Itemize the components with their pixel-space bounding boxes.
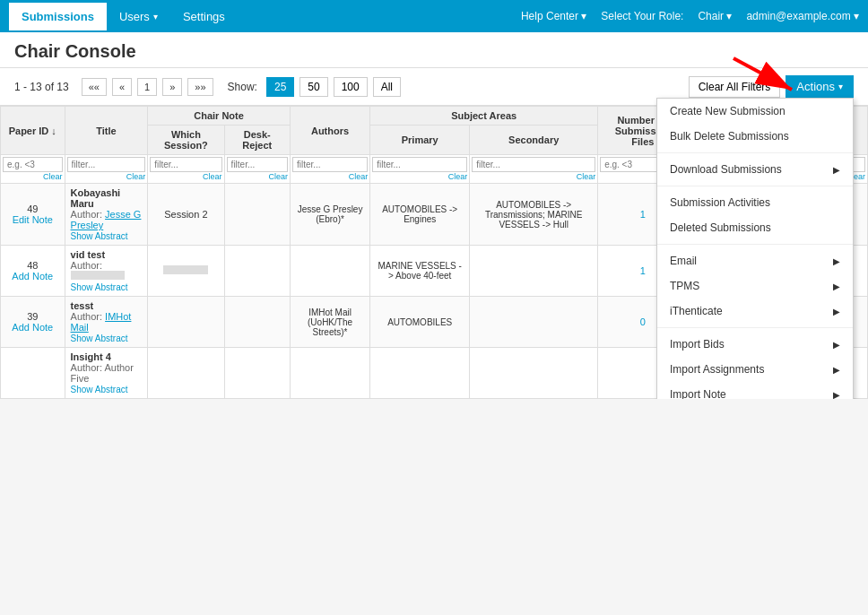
arrow-icon: ▶ <box>833 307 840 316</box>
clear-filters-button[interactable]: Clear All Filters <box>689 76 781 98</box>
nav-role-selector[interactable]: Chair ▾ <box>698 10 732 22</box>
title-cell: Kobayashi Maru Author: Jesse G Presley S… <box>65 184 148 246</box>
page-title: Chair Console <box>14 41 854 62</box>
menu-email[interactable]: Email ▶ <box>657 248 853 273</box>
filter-secondary[interactable] <box>472 157 595 172</box>
prev-page-button[interactable]: « <box>112 78 132 96</box>
show-50-button[interactable]: 50 <box>299 77 327 97</box>
arrow-icon: ▶ <box>833 390 840 400</box>
show-all-button[interactable]: All <box>373 77 401 97</box>
menu-divider-1 <box>657 152 853 153</box>
clear-authors-link[interactable]: Clear <box>292 172 368 181</box>
chevron-down-icon: ▾ <box>838 82 843 91</box>
nav-submissions[interactable]: Submissions <box>9 3 107 30</box>
arrow-icon: ▶ <box>833 340 840 350</box>
chevron-down-icon: ▾ <box>726 10 732 22</box>
chevron-down-icon: ▾ <box>581 10 586 22</box>
title-cell: Insight 4 Author: Author Five Show Abstr… <box>65 348 148 399</box>
menu-tpms[interactable]: TPMS ▶ <box>657 273 853 299</box>
add-note-link[interactable]: Add Note <box>6 322 59 333</box>
paper-id-cell: 49 Edit Note <box>1 184 65 246</box>
arrow-icon: ▶ <box>833 365 840 375</box>
th-subject-areas: Subject Areas <box>370 107 598 126</box>
clear-primary-link[interactable]: Clear <box>372 172 467 181</box>
menu-submission-activities[interactable]: Submission Activities <box>657 190 853 215</box>
clear-session-link[interactable]: Clear <box>150 172 221 181</box>
clear-title-link[interactable]: Clear <box>67 172 146 181</box>
show-abstract-link[interactable]: Show Abstract <box>71 231 128 241</box>
filter-primary-cell: Clear <box>370 155 470 184</box>
toolbar: 1 - 13 of 13 «« « 1 » »» Show: 25 50 100… <box>0 68 868 106</box>
desk-reject-cell <box>224 246 290 297</box>
session-cell <box>148 348 224 399</box>
authors-cell <box>290 246 369 297</box>
first-page-button[interactable]: «« <box>82 78 107 96</box>
pagination-info: 1 - 13 of 13 <box>14 81 69 93</box>
clear-desk-reject-link[interactable]: Clear <box>227 172 288 181</box>
title-cell: vid test Author: Show Abstract <box>65 246 148 297</box>
submission-title: Insight 4 <box>71 351 143 362</box>
secondary-cell <box>470 297 598 348</box>
filter-desk-reject-cell: Clear <box>224 155 290 184</box>
menu-import-note[interactable]: Import Note ▶ <box>657 382 853 399</box>
submission-title: tesst <box>71 300 143 311</box>
session-cell <box>148 297 224 348</box>
filter-desk-reject[interactable] <box>227 157 288 172</box>
nav-help-center[interactable]: Help Center ▾ <box>521 10 586 22</box>
arrow-icon: ▶ <box>833 256 840 266</box>
filter-session-cell: Clear <box>148 155 224 184</box>
submission-author: Author: <box>71 260 143 282</box>
filter-title[interactable] <box>67 157 146 172</box>
menu-create-new-submission[interactable]: Create New Submission <box>657 99 853 124</box>
title-cell: tesst Author: IMHot Mail Show Abstract <box>65 297 148 348</box>
clear-paper-id-link[interactable]: Clear <box>3 172 63 181</box>
th-which-session: Which Session? <box>148 126 224 155</box>
submission-author: Author: Author Five <box>71 362 143 384</box>
th-primary: Primary <box>370 126 470 155</box>
last-page-button[interactable]: »» <box>187 78 213 96</box>
filter-session[interactable] <box>150 157 221 172</box>
nav-users[interactable]: Users ▾ <box>107 3 170 30</box>
nav-user-menu[interactable]: admin@example.com ▾ <box>746 10 859 22</box>
actions-dropdown-menu: Create New Submission Bulk Delete Submis… <box>656 98 854 399</box>
page-header: Chair Console <box>0 32 868 68</box>
filter-primary[interactable] <box>372 157 467 172</box>
menu-download-submissions[interactable]: Download Submissions ▶ <box>657 157 853 182</box>
arrow-icon: ▶ <box>833 282 840 291</box>
nav-role-label: Select Your Role: <box>601 10 683 22</box>
menu-divider-4 <box>657 327 853 328</box>
filter-secondary-cell: Clear <box>470 155 598 184</box>
current-page-button[interactable]: 1 <box>137 78 157 96</box>
show-25-button[interactable]: 25 <box>266 77 294 97</box>
author-link[interactable]: IMHot Mail <box>71 311 132 333</box>
nav-settings[interactable]: Settings <box>170 3 238 30</box>
filter-paper-id[interactable] <box>3 157 63 172</box>
submission-title: vid test <box>71 249 143 260</box>
next-page-button[interactable]: » <box>162 78 182 96</box>
th-paper-id: Paper ID ↓ <box>1 107 65 155</box>
author-link[interactable]: Jesse G Presley <box>71 209 142 230</box>
filter-authors-cell: Clear <box>290 155 369 184</box>
show-abstract-link[interactable]: Show Abstract <box>71 385 128 394</box>
filter-authors[interactable] <box>292 157 368 172</box>
show-abstract-link[interactable]: Show Abstract <box>71 333 128 343</box>
menu-divider-3 <box>657 244 853 245</box>
show-abstract-link[interactable]: Show Abstract <box>71 282 128 292</box>
secondary-cell <box>470 246 598 297</box>
authors-cell: Jesse G Presley (Ebro)* <box>290 184 369 246</box>
menu-import-assignments[interactable]: Import Assignments ▶ <box>657 357 853 382</box>
menu-deleted-submissions[interactable]: Deleted Submissions <box>657 215 853 240</box>
menu-import-bids[interactable]: Import Bids ▶ <box>657 332 853 357</box>
actions-button[interactable]: Actions ▾ <box>786 75 854 98</box>
submission-author: Author: Jesse G Presley <box>71 209 143 230</box>
session-cell <box>148 246 224 297</box>
edit-note-link[interactable]: Edit Note <box>6 214 59 225</box>
menu-divider-2 <box>657 186 853 186</box>
add-note-link[interactable]: Add Note <box>6 271 59 282</box>
clear-secondary-link[interactable]: Clear <box>472 172 595 181</box>
primary-cell: AUTOMOBILES -> Engines <box>370 184 470 246</box>
menu-bulk-delete-submissions[interactable]: Bulk Delete Submissions <box>657 124 853 149</box>
nav-left: Submissions Users ▾ Settings <box>9 3 238 30</box>
menu-ithenticate[interactable]: iThenticate ▶ <box>657 299 853 324</box>
show-100-button[interactable]: 100 <box>334 77 368 97</box>
